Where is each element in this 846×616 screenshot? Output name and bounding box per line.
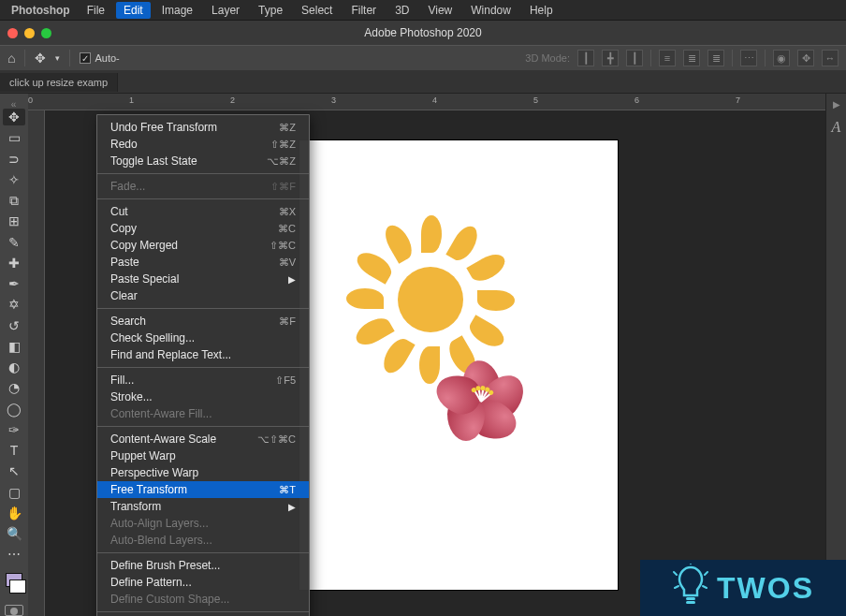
shortcut-label: ⌥⇧⌘C bbox=[257, 433, 296, 446]
3d-pan-icon[interactable]: ✥ bbox=[797, 50, 814, 66]
menu-item-define-brush-preset[interactable]: Define Brush Preset... bbox=[97, 557, 309, 574]
type-tool[interactable]: T bbox=[3, 442, 25, 459]
history-brush-tool[interactable]: ↺ bbox=[3, 317, 25, 334]
menu-item-content-aware-scale[interactable]: Content-Aware Scale⌥⇧⌘C bbox=[97, 431, 309, 447]
gradient-tool[interactable]: ◐ bbox=[3, 359, 25, 375]
align-left-icon[interactable]: ┃ bbox=[577, 50, 594, 66]
panel-dock: ▶ A bbox=[825, 94, 846, 616]
menu-select[interactable]: Select bbox=[294, 2, 340, 19]
document-tab[interactable]: click up resize examp bbox=[0, 73, 118, 92]
menu-item-paste-special[interactable]: Paste Special▶ bbox=[97, 271, 309, 287]
align-right-icon[interactable]: ┃ bbox=[626, 50, 643, 66]
ruler-tick: 2 bbox=[230, 95, 235, 105]
menu-item-label: Transform bbox=[110, 500, 161, 513]
clone-stamp-tool[interactable]: ✡ bbox=[3, 296, 25, 313]
move-tool-icon[interactable]: ✥ bbox=[35, 51, 46, 66]
close-window-button[interactable] bbox=[7, 28, 18, 38]
menu-item-label: Fade... bbox=[110, 180, 145, 193]
menu-item-search[interactable]: Search⌘F bbox=[97, 313, 309, 330]
frame-tool[interactable]: ⊞ bbox=[3, 213, 25, 229]
menu-item-undo-free-transform[interactable]: Undo Free Transform⌘Z bbox=[97, 119, 309, 136]
menu-item-toggle-last-state[interactable]: Toggle Last State⌥⌘Z bbox=[97, 153, 309, 169]
marquee-tool[interactable]: ▭ bbox=[3, 129, 25, 146]
zoom-window-button[interactable] bbox=[41, 28, 51, 38]
submenu-arrow-icon: ▶ bbox=[288, 502, 296, 512]
distribute2-icon[interactable]: ≣ bbox=[683, 50, 700, 66]
home-icon[interactable]: ⌂ bbox=[7, 51, 15, 66]
menu-item-label: Free Transform bbox=[110, 483, 187, 496]
menu-item-content-aware-fill: Content-Aware Fill... bbox=[97, 405, 309, 422]
align-center-h-icon[interactable]: ╋ bbox=[602, 50, 619, 66]
more-icon[interactable]: ⋯ bbox=[740, 50, 757, 66]
menu-edit[interactable]: Edit bbox=[116, 2, 151, 19]
hand-tool[interactable]: ✋ bbox=[3, 505, 25, 521]
menu-item-copy-merged[interactable]: Copy Merged⇧⌘C bbox=[97, 237, 309, 254]
healing-brush-tool[interactable]: ✚ bbox=[3, 255, 25, 271]
character-panel-icon[interactable]: A bbox=[832, 119, 841, 136]
eraser-tool[interactable]: ◧ bbox=[3, 338, 25, 355]
dodge-tool[interactable]: ◯ bbox=[3, 401, 25, 418]
distribute3-icon[interactable]: ≣ bbox=[707, 50, 724, 66]
path-selection-tool[interactable]: ↖ bbox=[3, 462, 25, 479]
menu-item-label: Puppet Warp bbox=[110, 449, 176, 462]
titlebar: Adobe Photoshop 2020 bbox=[0, 21, 846, 45]
svg-rect-0 bbox=[686, 597, 695, 600]
move-tool[interactable]: ✥ bbox=[3, 109, 25, 125]
dropdown-caret-icon[interactable]: ▾ bbox=[55, 53, 60, 63]
menu-filter[interactable]: Filter bbox=[343, 2, 384, 19]
brush-tool[interactable]: ✒ bbox=[3, 275, 25, 292]
menu-item-copy[interactable]: Copy⌘C bbox=[97, 220, 309, 237]
menu-item-fill[interactable]: Fill...⇧F5 bbox=[97, 372, 309, 389]
menu-item-find-and-replace-text[interactable]: Find and Replace Text... bbox=[97, 346, 309, 363]
magic-wand-tool[interactable]: ✧ bbox=[3, 171, 25, 188]
menu-item-check-spelling[interactable]: Check Spelling... bbox=[97, 330, 309, 346]
menu-item-label: Define Pattern... bbox=[110, 576, 192, 589]
sun-graphic bbox=[346, 215, 515, 384]
menu-3d[interactable]: 3D bbox=[387, 2, 416, 19]
panel-expand-icon[interactable]: ▶ bbox=[833, 99, 840, 110]
background-color-swatch[interactable] bbox=[9, 579, 26, 594]
toolbar-grip-icon[interactable]: « bbox=[5, 99, 23, 105]
distribute-icon[interactable]: ≡ bbox=[659, 50, 676, 66]
menu-file[interactable]: File bbox=[80, 2, 112, 19]
minimize-window-button[interactable] bbox=[24, 28, 35, 38]
3d-orbit-icon[interactable]: ◉ bbox=[773, 50, 790, 66]
menu-item-puppet-warp[interactable]: Puppet Warp bbox=[97, 447, 309, 464]
lasso-tool[interactable]: ⊃ bbox=[3, 151, 25, 168]
menu-type[interactable]: Type bbox=[251, 2, 290, 19]
zoom-tool[interactable]: 🔍 bbox=[3, 525, 25, 542]
menu-item-perspective-warp[interactable]: Perspective Warp bbox=[97, 464, 309, 481]
menu-view[interactable]: View bbox=[420, 2, 459, 19]
menu-layer[interactable]: Layer bbox=[204, 2, 247, 19]
lightbulb-icon bbox=[672, 564, 709, 613]
menu-window[interactable]: Window bbox=[463, 2, 518, 19]
rectangle-tool[interactable]: ▢ bbox=[3, 484, 25, 501]
menu-item-free-transform[interactable]: Free Transform⌘T bbox=[97, 481, 309, 498]
crop-tool[interactable]: ⧉ bbox=[3, 192, 25, 209]
menu-item-label: Fill... bbox=[110, 374, 134, 387]
menu-item-transform[interactable]: Transform▶ bbox=[97, 498, 309, 515]
menu-item-label: Copy bbox=[110, 222, 137, 235]
menu-item-label: Copy Merged bbox=[110, 239, 178, 252]
blur-tool[interactable]: ◔ bbox=[3, 379, 25, 396]
ruler-horizontal: 01234567 bbox=[28, 94, 827, 110]
menu-item-paste[interactable]: Paste⌘V bbox=[97, 254, 309, 271]
shortcut-label: ⌥⌘Z bbox=[267, 155, 296, 168]
menu-item-redo[interactable]: Redo⇧⌘Z bbox=[97, 136, 309, 153]
pen-tool[interactable]: ✑ bbox=[3, 421, 25, 438]
app-name: Photoshop bbox=[6, 2, 76, 19]
document-canvas[interactable] bbox=[299, 140, 618, 590]
eyedropper-tool[interactable]: ✎ bbox=[3, 234, 25, 251]
menu-item-clear[interactable]: Clear bbox=[97, 287, 309, 304]
menu-image[interactable]: Image bbox=[154, 2, 200, 19]
menu-item-auto-align-layers: Auto-Align Layers... bbox=[97, 515, 309, 532]
menu-item-stroke[interactable]: Stroke... bbox=[97, 389, 309, 405]
ruler-tick: 6 bbox=[634, 95, 639, 105]
quick-mask-icon[interactable] bbox=[5, 605, 23, 616]
menu-item-define-pattern[interactable]: Define Pattern... bbox=[97, 574, 309, 591]
menu-help[interactable]: Help bbox=[522, 2, 561, 19]
edit-toolbar[interactable]: ⋯ bbox=[3, 546, 25, 563]
menu-item-cut[interactable]: Cut⌘X bbox=[97, 203, 309, 220]
3d-slide-icon[interactable]: ↔ bbox=[822, 50, 839, 66]
auto-select-checkbox[interactable]: ✓Auto- bbox=[80, 52, 119, 64]
